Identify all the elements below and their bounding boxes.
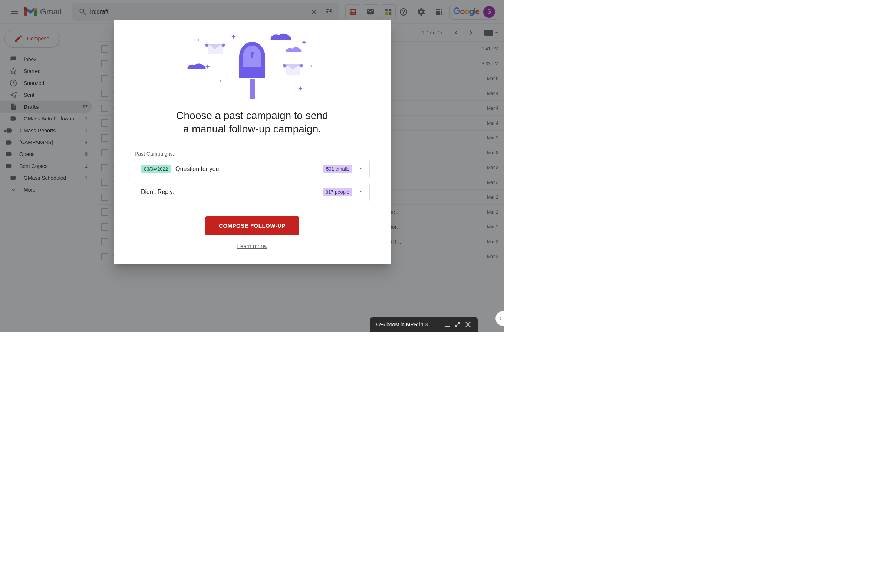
segment-label: Didn't Reply: xyxy=(141,189,323,195)
svg-point-11 xyxy=(251,51,254,54)
segment-select[interactable]: Didn't Reply: 317 people xyxy=(135,183,370,201)
minimized-compose[interactable]: 36% boost in MRR in 3… xyxy=(370,317,478,332)
svg-point-5 xyxy=(198,39,199,41)
svg-point-7 xyxy=(220,80,221,82)
expand-icon[interactable] xyxy=(453,319,463,330)
segment-count-chip: 317 people xyxy=(323,188,352,196)
mailbox-illustration xyxy=(135,29,370,103)
close-icon[interactable] xyxy=(463,319,473,330)
followup-modal: Choose a past campaign to senda manual f… xyxy=(114,20,391,264)
svg-rect-10 xyxy=(250,79,255,99)
minimized-compose-title: 36% boost in MRR in 3… xyxy=(374,321,442,327)
campaign-date-chip: 03/04/2022 xyxy=(141,165,171,173)
modal-title: Choose a past campaign to senda manual f… xyxy=(135,109,370,136)
past-campaigns-label: Past Campaigns: xyxy=(135,151,370,157)
campaign-select[interactable]: 03/04/2022 Question for you 501 emails xyxy=(135,160,370,178)
chevron-down-icon xyxy=(358,189,364,195)
learn-more-link[interactable]: Learn more. xyxy=(135,243,370,249)
chevron-down-icon xyxy=(358,166,364,172)
svg-rect-12 xyxy=(251,54,253,58)
svg-point-6 xyxy=(311,65,312,67)
campaign-count-chip: 501 emails xyxy=(323,165,352,173)
campaign-name: Question for you xyxy=(176,166,323,172)
svg-rect-13 xyxy=(244,71,260,75)
svg-rect-14 xyxy=(445,326,450,327)
minimize-icon[interactable] xyxy=(442,319,453,330)
compose-followup-button[interactable]: COMPOSE FOLLOW-UP xyxy=(206,216,299,236)
